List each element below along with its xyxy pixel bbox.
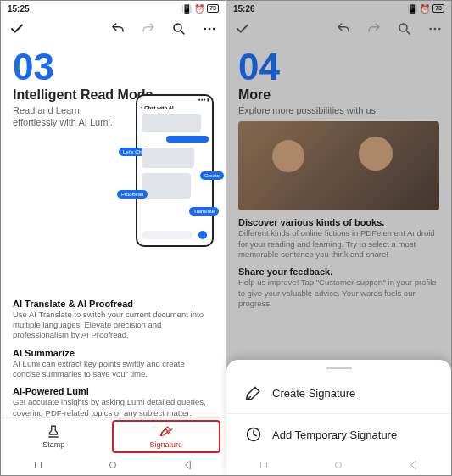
svg-point-1 — [204, 28, 206, 31]
feature-desc: Get accurate insights by asking Lumi det… — [13, 397, 214, 417]
svg-point-9 — [438, 28, 441, 31]
left-phone: 15:25 📳 ⏰ 73 03 Intelligent Read Mode Re… — [1, 1, 226, 475]
svg-point-0 — [174, 24, 181, 31]
alarm-icon: ⏰ — [420, 4, 430, 14]
more-icon[interactable] — [427, 21, 443, 36]
right-phone: 15:26 📳 ⏰ 73 04 More Explore more possib… — [226, 1, 451, 475]
feature-title: AI-Powered Lumi — [13, 386, 214, 396]
back-icon[interactable] — [408, 459, 420, 471]
page-subtitle: Read and Learn effortlessly with AI Lumi… — [13, 104, 123, 129]
svg-point-5 — [110, 462, 116, 468]
section-title: Share your feedback. — [238, 266, 439, 277]
battery-badge: 73 — [432, 4, 444, 13]
system-navbar — [226, 455, 451, 475]
feature-desc: AI Lumi can extract key points swiftly a… — [13, 359, 214, 380]
svg-rect-4 — [36, 462, 42, 468]
sheet-grabber[interactable] — [326, 367, 352, 369]
clock-icon — [245, 426, 262, 443]
section-title: Discover various kinds of books. — [238, 217, 439, 227]
signature-sheet: Create Signature Add Temporary Signature — [226, 360, 451, 475]
vibrate-icon: 📳 — [181, 4, 192, 14]
app-toolbar — [1, 16, 226, 42]
feature-title: AI Translate & AI Proofread — [13, 299, 214, 309]
status-time: 15:25 — [8, 4, 30, 14]
undo-icon[interactable] — [110, 21, 126, 36]
status-bar: 15:25 📳 ⏰ 73 — [1, 1, 226, 16]
vibrate-icon: 📳 — [407, 4, 417, 14]
bottom-bar: Stamp Signature — [1, 417, 226, 455]
section-desc: Help us improve! Tap "Customer support" … — [238, 277, 439, 309]
battery-badge: 73 — [207, 4, 219, 13]
bottom-label: Stamp — [42, 440, 64, 449]
bubble-create: Create — [200, 171, 224, 180]
page-number: 03 — [13, 48, 214, 86]
sheet-item-create-signature[interactable]: Create Signature — [226, 372, 451, 413]
feature-list: AI Translate & AI ProofreadUse AI Transl… — [13, 299, 214, 417]
bottom-item-signature[interactable]: Signature — [112, 420, 221, 453]
feature-title: AI Summarize — [13, 348, 214, 358]
sheet-label: Add Temporary Signature — [272, 428, 397, 441]
redo-icon[interactable] — [366, 21, 382, 36]
feature-desc: Use AI Translate to switch your current … — [13, 310, 214, 341]
sheet-label: Create Signature — [272, 387, 355, 400]
redo-icon[interactable] — [141, 21, 156, 36]
page-title: More — [238, 87, 439, 103]
signature-icon — [159, 424, 174, 440]
bottom-label: Signature — [149, 440, 182, 449]
search-icon[interactable] — [171, 21, 187, 36]
status-bar: 15:26 📳 ⏰ 73 — [226, 1, 451, 16]
done-icon[interactable] — [9, 21, 25, 36]
svg-point-2 — [209, 28, 211, 31]
page-number: 04 — [238, 48, 439, 86]
recent-apps-icon[interactable] — [32, 459, 44, 471]
send-icon — [198, 231, 207, 239]
search-icon[interactable] — [397, 21, 412, 36]
svg-point-7 — [429, 28, 432, 31]
svg-rect-11 — [261, 462, 267, 468]
section-desc: Different kinds of online fictions in PD… — [238, 228, 439, 260]
hero-photo — [238, 121, 439, 210]
bubble-proofread: Proofread — [117, 190, 148, 199]
sheet-item-temp-signature[interactable]: Add Temporary Signature — [226, 413, 451, 455]
bottom-item-stamp[interactable]: Stamp — [1, 418, 107, 455]
system-navbar — [1, 455, 226, 475]
onboarding-content: 03 Intelligent Read Mode Read and Learn … — [1, 42, 226, 417]
phone-mockup: ●●● ▮ ‹ Chat with AI Let's Chat Create P… — [136, 94, 214, 247]
mock-title: ‹ Chat with AI — [137, 103, 212, 112]
bubble-translate: Translate — [189, 207, 219, 216]
stamp-icon — [46, 424, 61, 440]
home-icon[interactable] — [107, 459, 119, 471]
status-time: 15:26 — [233, 4, 255, 14]
page-subtitle: Explore more possibilities with us. — [238, 104, 439, 116]
svg-point-6 — [399, 24, 407, 31]
alarm-icon: ⏰ — [194, 4, 204, 14]
app-toolbar — [226, 16, 451, 42]
recent-apps-icon[interactable] — [258, 459, 270, 471]
svg-point-3 — [213, 28, 215, 31]
back-icon[interactable] — [182, 459, 194, 471]
pen-icon — [245, 384, 262, 401]
svg-point-8 — [434, 28, 437, 31]
undo-icon[interactable] — [336, 21, 351, 36]
home-icon[interactable] — [332, 459, 344, 471]
more-icon[interactable] — [202, 21, 217, 36]
done-icon[interactable] — [235, 21, 250, 36]
svg-point-12 — [336, 462, 342, 468]
